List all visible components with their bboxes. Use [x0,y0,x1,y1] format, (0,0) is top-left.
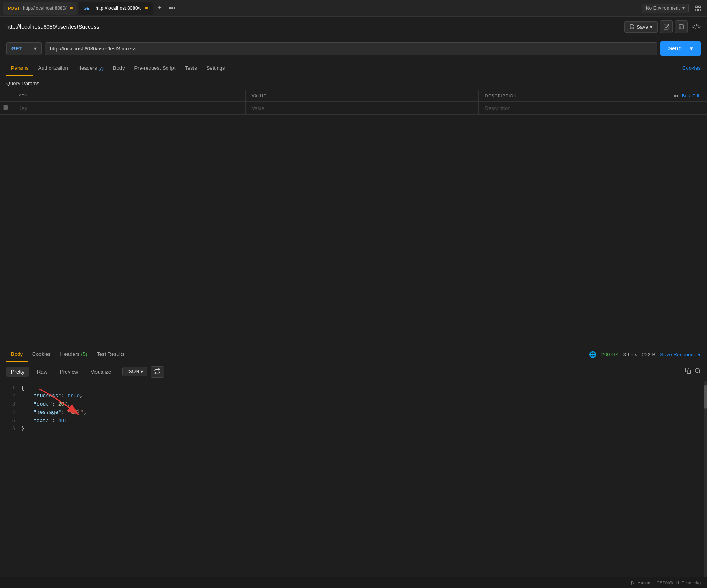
save-button-label: Save [636,24,648,30]
save-button[interactable]: Save ▾ [624,21,658,33]
format-right-actions [685,368,701,376]
status-bar-right: Runner CSDN@pid_Echo_pkg [631,580,701,585]
tab-body[interactable]: Body [108,61,130,76]
tab-headers[interactable]: Headers (7) [73,61,108,76]
send-button[interactable]: Send ▾ [660,41,701,56]
headers-badge: (7) [98,66,103,71]
edit-icon-button[interactable] [660,20,673,33]
tab-get-url: http://localhost:8080/u [95,6,141,11]
tab-pre-request-script[interactable]: Pre-request Script [130,61,180,76]
line-num-2: 2 [3,393,15,400]
line-content-6: } [21,425,24,433]
line-content-1: { [21,384,24,393]
th-value: VALUE [245,90,478,102]
line-num-4: 4 [3,409,15,417]
globe-icon: 🌐 [589,351,597,358]
tab-post-method: POST [8,6,20,11]
query-params-section: Query Params KEY VALUE DESCRIPTION ••• B… [0,76,707,115]
copy-icon-button[interactable] [685,368,691,376]
th-more-icon[interactable]: ••• [674,93,679,98]
scrollbar-track[interactable] [704,381,707,577]
th-checkbox [0,90,12,102]
scrollbar-thumb [704,385,707,409]
send-divider [686,45,686,52]
line-num-3: 3 [3,401,15,408]
svg-rect-4 [679,25,684,29]
url-actions: Save ▾ </> [624,20,701,33]
code-icon-button[interactable]: </> [692,23,701,30]
search-icon-button[interactable] [694,368,701,376]
top-right-icon[interactable] [692,2,704,14]
code-line-2: 2 "success": true, [0,392,707,400]
svg-rect-7 [687,370,691,374]
runner-label[interactable]: Runner [631,580,652,585]
method-label: GET [11,46,22,52]
query-params-header: Query Params [0,76,707,90]
tab-bar-right: No Environment ▾ [642,2,704,14]
key-cell[interactable]: Key [12,102,245,115]
tab-post[interactable]: POST http://localhost:8080/ [3,2,77,15]
request-tabs-nav: Params Authorization Headers (7) Body Pr… [0,60,707,76]
response-tab-headers[interactable]: Headers (5) [56,347,92,362]
th-description: DESCRIPTION ••• Bulk Edit [478,90,707,102]
svg-marker-11 [631,581,634,585]
format-select-chevron: ▾ [141,369,143,374]
th-key: KEY [12,90,245,102]
format-select-label: JSON [127,369,139,374]
tab-get-method: GET [84,6,93,11]
format-json-select[interactable]: JSON ▾ [122,367,147,376]
wrap-button[interactable] [151,366,164,378]
tab-settings[interactable]: Settings [202,61,230,76]
th-description-label: DESCRIPTION [485,93,517,98]
response-tab-cookies[interactable]: Cookies [28,347,56,362]
tab-params[interactable]: Params [6,61,33,76]
tab-get[interactable]: GET http://localhost:8080/u [79,2,153,15]
format-tab-preview[interactable]: Preview [55,367,83,377]
svg-point-8 [695,368,700,373]
send-chevron: ▾ [690,45,693,52]
description-cell[interactable]: Description [478,102,707,115]
svg-rect-3 [699,9,701,11]
line-content-3: "code": 200, [21,400,71,409]
code-line-3: 3 "code": 200, [0,400,707,409]
method-selector[interactable]: GET ▾ [6,42,42,55]
tab-tests[interactable]: Tests [180,61,201,76]
url-display-label: http://localhost:8080/user/testSuccess [6,24,99,30]
response-tab-test-results[interactable]: Test Results [92,347,129,362]
format-bar: Pretty Raw Preview Visualize JSON ▾ [0,363,707,381]
format-tab-visualize[interactable]: Visualize [86,367,116,377]
response-status: 200 OK [601,352,619,357]
url-input[interactable] [45,42,657,55]
response-headers-badge: (5) [81,351,87,357]
layout-icon-button[interactable] [675,20,688,33]
tab-authorization[interactable]: Authorization [33,61,73,76]
bulk-edit-button[interactable]: Bulk Edit [682,93,701,98]
line-num-6: 6 [3,425,15,433]
tab-more-button[interactable]: ••• [167,5,178,12]
svg-rect-1 [699,6,701,7]
code-line-4: 4 "message": "成功", [0,409,707,417]
row-checkbox[interactable] [3,105,8,110]
format-tab-pretty[interactable]: Pretty [6,367,29,377]
value-cell[interactable]: Value [245,102,478,115]
line-num-5: 5 [3,417,15,425]
response-section: Body Cookies Headers (5) Test Results 🌐 … [0,346,707,577]
send-button-label: Send [668,45,682,52]
request-builder: GET ▾ Send ▾ [0,37,707,60]
svg-line-9 [699,372,700,373]
csdn-label: CSDN@pid_Echo_pkg [657,581,701,585]
environment-selector[interactable]: No Environment ▾ [642,4,689,13]
line-num-1: 1 [3,385,15,392]
method-chevron: ▾ [34,46,37,52]
response-tab-body[interactable]: Body [6,347,28,362]
tab-add-button[interactable]: + [154,3,165,14]
format-tab-raw[interactable]: Raw [32,367,52,377]
code-line-5: 5 "data": null [0,417,707,425]
response-size: 222 B [642,352,655,357]
line-content-4: "message": "成功", [21,409,87,417]
save-response-button[interactable]: Save Response ▾ [660,352,701,357]
response-tabs-bar: Body Cookies Headers (5) Test Results 🌐 … [0,346,707,363]
environment-chevron: ▾ [682,6,685,11]
table-row-placeholder: Key Value Description [0,102,707,115]
cookies-link[interactable]: Cookies [682,65,701,71]
